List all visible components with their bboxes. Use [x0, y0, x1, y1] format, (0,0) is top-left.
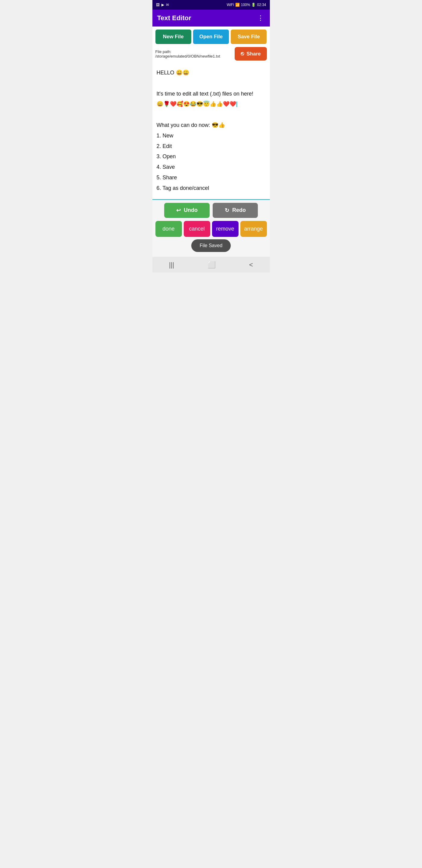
nav-home-button[interactable]: ⬜: [201, 260, 222, 270]
editor-emojis: 😀🌹❤️🥰😍😂😎😇👍👍❤️❤️: [157, 101, 236, 107]
arrange-button[interactable]: arrange: [240, 221, 267, 237]
redo-icon: ↻: [225, 207, 229, 214]
editor-line-9: 3. Open: [157, 152, 266, 161]
editor-area[interactable]: HELLO 😀😀 It's time to edit all text (.tx…: [153, 64, 270, 200]
toolbar: New File Open File Save File: [153, 27, 270, 47]
share-button[interactable]: ⎋ Share: [235, 47, 267, 61]
undo-redo-row: ↩ Undo ↻ Redo: [155, 203, 267, 218]
undo-label: Undo: [184, 207, 198, 213]
editor-line-10: 4. Save: [157, 163, 266, 172]
signal-icon: 📶: [235, 3, 240, 7]
status-left-icons: 🖼 ▶ ✉: [156, 3, 169, 7]
text-cursor: [236, 101, 237, 107]
done-button[interactable]: done: [155, 221, 182, 237]
editor-line-3: It's time to edit all text (.txt) files …: [157, 90, 266, 98]
open-file-button[interactable]: Open File: [193, 30, 229, 44]
toast-container: File Saved: [155, 239, 267, 252]
status-right-info: WiFi 📶 100% 🔋 02:34: [227, 3, 266, 7]
editor-line-7: 1. New: [157, 131, 266, 140]
toast-message: File Saved: [191, 239, 231, 252]
nav-menu-icon: |||: [169, 261, 174, 269]
bottom-bar: ↩ Undo ↻ Redo done cancel remove arrange…: [153, 200, 270, 257]
editor-line-6: What you can do now: 😎👍: [157, 121, 266, 130]
editor-line-8: 2. Edit: [157, 142, 266, 151]
overflow-menu-button[interactable]: ⋮: [256, 13, 265, 23]
editor-line-1: HELLO 😀😀: [157, 68, 266, 77]
undo-button[interactable]: ↩ Undo: [164, 203, 209, 218]
wifi-icon: WiFi: [227, 3, 234, 7]
save-file-button[interactable]: Save File: [231, 30, 267, 44]
undo-icon: ↩: [176, 207, 181, 214]
nav-back-button[interactable]: <: [243, 260, 259, 270]
editor-line-4: 😀🌹❤️🥰😍😂😎😇👍👍❤️❤️: [157, 100, 266, 108]
cancel-button[interactable]: cancel: [184, 221, 210, 237]
file-path-text: File path: /storage/emulated/0/OBN/newfi…: [155, 50, 235, 59]
editor-line-2: [157, 79, 266, 88]
action-row: done cancel remove arrange: [155, 221, 267, 237]
editor-line-11: 5. Share: [157, 173, 266, 182]
share-icon: ⎋: [241, 51, 244, 57]
app-title: Text Editor: [157, 14, 191, 22]
share-button-label: Share: [247, 51, 261, 57]
gallery-icon: 🖼: [156, 3, 160, 7]
redo-button[interactable]: ↻ Redo: [213, 203, 258, 218]
gmail-icon: ✉: [166, 3, 169, 7]
youtube-icon: ▶: [161, 3, 164, 7]
editor-line-5: [157, 110, 266, 119]
status-bar: 🖼 ▶ ✉ WiFi 📶 100% 🔋 02:34: [153, 0, 270, 10]
file-path-label: File path:: [155, 50, 171, 54]
app-bar: Text Editor ⋮: [153, 10, 270, 27]
redo-label: Redo: [232, 207, 246, 213]
file-path-value: /storage/emulated/0/OBN/newfile1.txt: [155, 54, 220, 59]
file-path-row: File path: /storage/emulated/0/OBN/newfi…: [153, 47, 270, 64]
new-file-button[interactable]: New File: [155, 30, 191, 44]
battery-percent: 100%: [241, 3, 250, 7]
nav-home-icon: ⬜: [207, 261, 216, 269]
battery-icon: 🔋: [251, 3, 256, 7]
editor-line-12: 6. Tag as done/cancel: [157, 184, 266, 193]
nav-menu-button[interactable]: |||: [163, 260, 180, 270]
clock: 02:34: [257, 3, 266, 7]
nav-back-icon: <: [249, 261, 253, 269]
nav-bar: ||| ⬜ <: [153, 257, 270, 273]
remove-button[interactable]: remove: [212, 221, 238, 237]
